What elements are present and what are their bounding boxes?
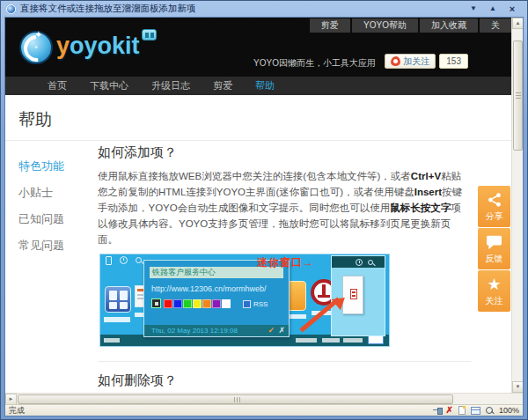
search-icon xyxy=(368,260,373,265)
app-screenshot-image: 铁路客户服务中心 http://www.12306.cn/mormhweb/ xyxy=(99,254,390,347)
color-swatch xyxy=(202,299,211,308)
browser-client-area: 剪爱 YOYO帮助 加入收藏 关 ✦✦ yoyokit YOYO因懒而生，小工具… xyxy=(4,17,524,416)
menu-item-jianai[interactable]: 剪爱 xyxy=(310,18,350,33)
vertical-scroll-thumb[interactable] xyxy=(513,41,523,151)
weibo-icon xyxy=(391,56,400,66)
confirm-icon: ✓ xyxy=(268,325,275,336)
nav-item-download[interactable]: 下载中心 xyxy=(90,79,128,92)
app-window: 直接将文件或连接拖放至溜溜面板添加新项 ▼ ▲ × 剪爱 YOYO帮助 加入收藏… xyxy=(0,0,528,420)
yoyokit-logo[interactable]: ✦✦ yoyokit xyxy=(19,31,157,64)
color-swatch xyxy=(193,299,202,308)
custom-color-button xyxy=(151,298,161,308)
zoom-level[interactable]: 100% xyxy=(499,406,519,415)
site-header: 剪爱 YOYO帮助 加入收藏 关 ✦✦ yoyokit YOYO因懒而生，小工具… xyxy=(5,18,511,77)
weibo-widget: 加关注 153 xyxy=(385,54,468,69)
weibo-follower-count: 153 xyxy=(439,54,468,69)
rss-icon xyxy=(243,300,251,308)
zone-grid-icon[interactable] xyxy=(471,407,480,415)
window-app-icon xyxy=(6,4,16,14)
logo-text: yoyokit xyxy=(56,31,140,61)
content-area: 帮助 特色功能 小贴士 已知问题 常见问题 如何添加项？ 使用鼠标直接拖放WEB… xyxy=(5,95,511,393)
color-swatch xyxy=(164,299,172,308)
section-paragraph-add: 使用鼠标直接拖放WEB浏览器中您关注的连接(包含本地文件等)，或者Ctrl+V粘… xyxy=(98,168,471,247)
window-title: 直接将文件或连接拖放至溜溜面板添加新项 xyxy=(20,3,464,15)
nav-item-jianai[interactable]: 剪爱 xyxy=(213,79,232,92)
weibo-follow-button[interactable]: 加关注 xyxy=(385,54,436,69)
horizontal-scrollbar[interactable]: ◄ ► xyxy=(5,393,523,404)
sidebar-item-faq[interactable]: 常见问题 xyxy=(18,238,64,254)
section-heading-add: 如何添加项？ xyxy=(98,144,471,161)
help-article: 如何添加项？ 使用鼠标直接拖放WEB浏览器中您关注的连接(包含本地文件等)，或者… xyxy=(98,144,471,393)
rss-option: RSS xyxy=(243,300,268,308)
status-text: 完成 xyxy=(9,405,433,416)
floating-action-buttons: 分享 反馈 ★ 关注 xyxy=(478,186,510,313)
orange-tile-icon xyxy=(287,281,306,311)
share-icon xyxy=(487,190,502,210)
menu-item-add-favorite[interactable]: 加入收藏 xyxy=(420,18,478,33)
feedback-icon xyxy=(486,232,502,252)
mini-window-header xyxy=(332,256,385,268)
zoom-icon[interactable] xyxy=(486,407,494,415)
logo-badge-icon xyxy=(142,29,157,41)
timestamp-text: Thu, 02 May 2013 12:19:08 xyxy=(151,325,238,336)
sidebar-item-features[interactable]: 特色功能 xyxy=(18,158,64,174)
section-heading-delete: 如何删除项？ xyxy=(98,372,471,389)
sidebar-item-tips[interactable]: 小贴士 xyxy=(18,185,64,201)
close-button[interactable]: × xyxy=(502,3,522,15)
menu-item-clipped[interactable]: 关 xyxy=(480,18,511,33)
color-swatch xyxy=(183,299,192,308)
status-bar: 完成 ✗ 100% xyxy=(5,404,523,416)
nav-item-home[interactable]: 首页 xyxy=(48,79,67,92)
color-swatch-row xyxy=(151,298,231,308)
edit-item-dialog: 铁路客户服务中心 http://www.12306.cn/mormhweb/ xyxy=(143,260,290,337)
cancel-icon: ✗ xyxy=(278,325,285,336)
scroll-up-arrow[interactable]: ▲ xyxy=(512,18,524,29)
star-icon: ★ xyxy=(487,275,501,294)
divider xyxy=(98,361,471,362)
main-nav: 首页 下载中心 升级日志 剪爱 帮助 xyxy=(5,77,511,95)
top-menu: 剪爱 YOYO帮助 加入收藏 关 xyxy=(308,18,511,33)
clock-icon xyxy=(120,256,128,264)
follow-button[interactable]: ★ 关注 xyxy=(478,270,510,312)
moon-star-icon: ✦✦ xyxy=(19,31,53,64)
nav-item-changelog[interactable]: 升级日志 xyxy=(151,79,190,92)
scroll-down-arrow[interactable]: ▼ xyxy=(512,381,524,393)
item-url-text: http://www.12306.cn/mormhweb/ xyxy=(151,284,267,293)
error-x-icon: ✗ xyxy=(446,406,453,415)
app-tile-icon xyxy=(105,286,131,313)
page-icon[interactable] xyxy=(458,406,466,415)
share-button[interactable]: 分享 xyxy=(478,186,510,227)
color-swatch xyxy=(222,299,231,308)
app-toolbar-icons xyxy=(106,256,142,265)
horizontal-scroll-thumb[interactable] xyxy=(18,394,453,404)
pin-icon[interactable] xyxy=(433,407,441,415)
tile-label-blur xyxy=(287,314,306,319)
color-swatch xyxy=(212,299,221,308)
maximize-button[interactable]: ▲ xyxy=(483,3,502,15)
device-icon xyxy=(106,256,112,265)
annotation-text: 迷你窗口→ xyxy=(257,255,314,270)
feedback-button[interactable]: 反馈 xyxy=(478,228,510,269)
web-page: 剪爱 YOYO帮助 加入收藏 关 ✦✦ yoyokit YOYO因懒而生，小工具… xyxy=(5,18,511,393)
title-bar: 直接将文件或连接拖放至溜溜面板添加新项 ▼ ▲ × xyxy=(1,1,527,17)
divider xyxy=(5,140,511,141)
menu-item-yoyo-help[interactable]: YOYO帮助 xyxy=(352,18,418,33)
search-icon xyxy=(136,257,142,263)
minimize-button[interactable]: ▼ xyxy=(464,3,483,15)
tile-label-blur xyxy=(104,317,130,322)
vertical-scrollbar[interactable]: ▲ ▼ xyxy=(511,18,523,393)
frame-button xyxy=(368,335,384,344)
sidebar-item-known-issues[interactable]: 已知问题 xyxy=(18,211,64,227)
dialog-footer: Thu, 02 May 2013 12:19:08 ✓ ✗ xyxy=(144,325,289,336)
color-swatch xyxy=(173,299,182,308)
site-tagline: YOYO因懒而生，小工具大应用 xyxy=(253,57,376,70)
help-sidebar: 特色功能 小贴士 已知问题 常见问题 xyxy=(18,158,64,264)
page-title: 帮助 xyxy=(18,108,52,131)
nav-item-help[interactable]: 帮助 xyxy=(255,79,275,92)
clock-icon xyxy=(356,259,363,266)
